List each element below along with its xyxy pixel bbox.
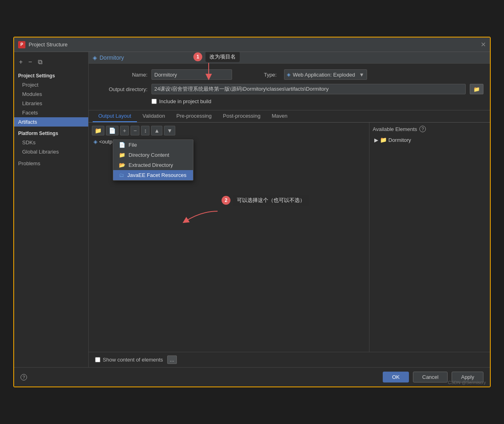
directory-content-icon: 📁 xyxy=(119,152,125,158)
dropdown-menu: 📄 File 📁 Directory Content 📂 Extracted D… xyxy=(113,139,193,181)
add-artifact-button[interactable]: + xyxy=(17,58,24,67)
footer-help-icon[interactable]: ? xyxy=(21,374,27,380)
sidebar-item-artifacts[interactable]: Artifacts xyxy=(14,117,88,127)
dropdown-item-directory-content[interactable]: 📁 Directory Content xyxy=(113,150,193,160)
dialog-footer: ? OK Cancel Apply xyxy=(14,367,490,387)
include-label[interactable]: Include in project build xyxy=(159,98,211,104)
ok-button[interactable]: OK xyxy=(383,372,409,382)
tab-validation[interactable]: Validation xyxy=(137,110,171,122)
artifact-item-bar: ◈ Dormitory xyxy=(89,52,490,64)
layout-area: 📁 📄 + − ↕ ▲ ▼ ◈ <outp... xyxy=(89,123,490,352)
output-tree-icon: ◈ xyxy=(93,139,97,145)
cancel-button[interactable]: Cancel xyxy=(413,372,448,382)
available-panel: Available Elements ? ▶ 📁 Dormitory xyxy=(369,123,490,352)
title-bar: P Project Structure ✕ xyxy=(14,37,490,52)
tab-postprocessing[interactable]: Post-processing xyxy=(217,110,266,122)
include-checkbox-row: Include in project build xyxy=(151,98,483,104)
close-button[interactable]: ✕ xyxy=(481,41,486,48)
dropdown-label-directory-content: Directory Content xyxy=(129,152,169,158)
output-plus-button[interactable]: + xyxy=(120,126,129,135)
tab-maven[interactable]: Maven xyxy=(266,110,293,122)
output-dir-row: Output directory: 📁 xyxy=(95,84,483,94)
include-checkbox[interactable] xyxy=(151,99,157,104)
sidebar-item-problems[interactable]: Problems xyxy=(14,156,88,168)
name-input[interactable] xyxy=(151,69,232,80)
show-content-row: Show content of elements xyxy=(95,357,163,363)
sidebar-item-global-libraries[interactable]: Global Libraries xyxy=(14,147,88,156)
dropdown-label-extracted-directory: Extracted Directory xyxy=(129,162,173,168)
fields-area: Name: Type: ◈ Web Application: Exploded … xyxy=(89,64,490,110)
tab-preprocessing[interactable]: Pre-processing xyxy=(171,110,217,122)
sidebar-toolbar: + − ⧉ xyxy=(14,56,88,68)
copy-artifact-button[interactable]: ⧉ xyxy=(36,58,44,67)
output-down-button[interactable]: ▼ xyxy=(164,126,175,135)
sidebar-item-facets[interactable]: Facets xyxy=(14,108,88,117)
output-minus-button[interactable]: − xyxy=(131,126,139,135)
show-content-label[interactable]: Show content of elements xyxy=(103,357,163,363)
output-sort-button[interactable]: ↕ xyxy=(141,126,149,135)
help-button[interactable]: ? xyxy=(21,374,27,380)
type-label: Type: xyxy=(264,72,277,78)
available-tree: ▶ 📁 Dormitory xyxy=(373,135,487,349)
tabs-bar: Output Layout Validation Pre-processing … xyxy=(89,110,490,123)
available-item-dormitory[interactable]: ▶ 📁 Dormitory xyxy=(373,135,487,144)
main-content: ◈ Dormitory Name: Type: ◈ Web Applicatio… xyxy=(89,52,490,367)
dropdown-label-javaee-facet: JavaEE Facet Resources xyxy=(127,172,187,178)
extracted-dir-icon: 📂 xyxy=(119,162,125,168)
type-select[interactable]: ◈ Web Application: Exploded ▼ xyxy=(284,69,367,80)
dialog-title: Project Structure xyxy=(29,42,68,48)
show-content-checkbox[interactable] xyxy=(95,357,100,362)
expand-arrow[interactable]: ▶ xyxy=(374,137,378,143)
platform-settings-header: Platform Settings xyxy=(14,127,88,138)
sidebar-item-sdks[interactable]: SDKs xyxy=(14,138,88,147)
dialog-body: + − ⧉ Project Settings Project Modules L… xyxy=(14,52,490,367)
watermark: CSDN @Sermiscry xyxy=(448,380,486,385)
bottom-bar: Show content of elements ... xyxy=(89,352,490,367)
output-dir-input[interactable] xyxy=(151,84,466,94)
dropdown-item-file[interactable]: 📄 File xyxy=(113,140,193,150)
sidebar: + − ⧉ Project Settings Project Modules L… xyxy=(14,52,89,367)
output-add-button[interactable]: 📄 xyxy=(106,126,118,135)
help-icon[interactable]: ? xyxy=(419,126,426,132)
project-settings-header: Project Settings xyxy=(14,71,88,80)
available-elements-label: Available Elements xyxy=(373,126,417,132)
sidebar-item-modules[interactable]: Modules xyxy=(14,89,88,99)
remove-artifact-button[interactable]: − xyxy=(27,58,33,67)
tab-output-layout[interactable]: Output Layout xyxy=(93,110,137,122)
name-field-row: Name: Type: ◈ Web Application: Exploded … xyxy=(95,69,483,80)
javaee-facet-icon: 🗂 xyxy=(119,172,124,178)
dropdown-item-javaee-facet[interactable]: 🗂 JavaEE Facet Resources xyxy=(113,170,193,180)
app-icon: P xyxy=(18,41,25,48)
more-button[interactable]: ... xyxy=(167,355,177,364)
sidebar-item-libraries[interactable]: Libraries xyxy=(14,99,88,108)
dropdown-item-extracted-directory[interactable]: 📂 Extracted Directory xyxy=(113,160,193,170)
output-toolbar: 📁 📄 + − ↕ ▲ ▼ xyxy=(92,126,366,135)
available-header: Available Elements ? xyxy=(373,126,487,132)
sidebar-item-project[interactable]: Project xyxy=(14,80,88,89)
dropdown-label-file: File xyxy=(129,142,137,148)
type-dropdown-arrow: ▼ xyxy=(359,72,364,78)
name-label: Name: xyxy=(95,72,147,78)
artifact-name: Dormitory xyxy=(100,54,124,61)
file-icon: 📄 xyxy=(119,142,125,148)
artifact-icon: ◈ xyxy=(93,54,97,61)
type-icon: ◈ xyxy=(287,72,290,77)
output-add-from-template-button[interactable]: 📁 xyxy=(92,126,104,135)
available-item-label: Dormitory xyxy=(388,137,411,143)
browse-button[interactable]: 📁 xyxy=(470,84,483,94)
folder-icon: 📁 xyxy=(380,137,387,143)
project-structure-dialog: P Project Structure ✕ + − ⧉ Project Sett… xyxy=(13,37,491,387)
output-dir-label: Output directory: xyxy=(95,86,147,92)
output-up-button[interactable]: ▲ xyxy=(151,126,162,135)
type-value: Web Application: Exploded xyxy=(293,72,355,78)
output-panel: 📁 📄 + − ↕ ▲ ▼ ◈ <outp... xyxy=(89,123,369,352)
